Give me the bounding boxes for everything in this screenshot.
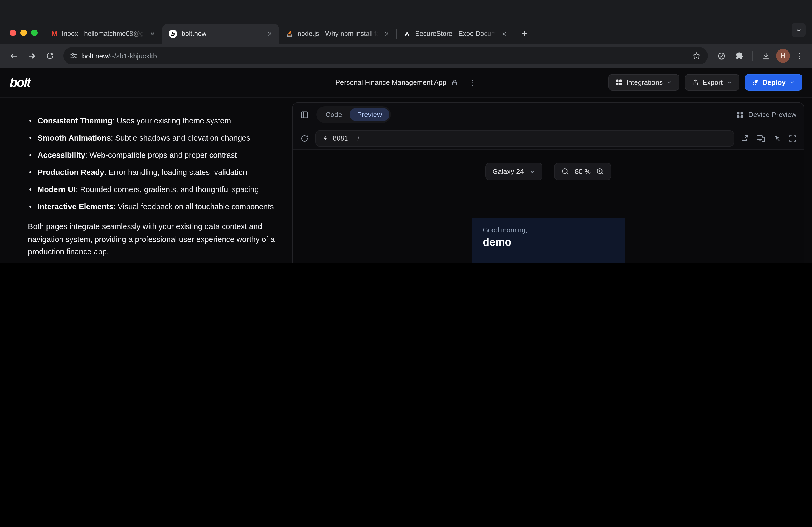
tab-code[interactable]: Code [318, 108, 350, 121]
integrations-button[interactable]: Integrations [608, 74, 679, 91]
tab-search-button[interactable] [792, 23, 806, 37]
preview-address-bar[interactable]: 8081 / [315, 130, 734, 146]
preview-url-row: 8081 / [293, 127, 804, 150]
rocket-icon [752, 79, 758, 86]
browser-menu-icon[interactable]: ⋮ [792, 51, 807, 61]
lock-icon [451, 79, 458, 86]
tab-title: bolt.new [182, 30, 261, 37]
browser-toolbar: bolt.new/~/sb1-khjucxkb H ⋮ [0, 44, 812, 67]
tab-title: Inbox - hellomatchme08@gm [62, 30, 144, 37]
device-select[interactable]: Galaxy 24 [485, 163, 543, 180]
tab-bolt-active[interactable]: b bolt.new × [162, 24, 279, 44]
preview-port: 8081 [333, 134, 348, 142]
device-preview-toggle[interactable]: Device Preview [737, 110, 796, 119]
code-preview-switch: Code Preview [316, 106, 391, 123]
assistant-summary: Both pages integrate seamlessly with you… [28, 221, 289, 258]
port-flash-icon [322, 135, 329, 141]
zoom-in-icon[interactable] [596, 167, 604, 176]
chevron-down-icon [789, 79, 795, 85]
export-button[interactable]: Export [685, 74, 739, 91]
app-username: demo [483, 236, 614, 249]
tab-list: M Inbox - hellomatchme08@gm × b bolt.new… [45, 24, 808, 44]
feature-item: Modern UI: Rounded corners, gradients, a… [28, 183, 289, 196]
export-icon [692, 79, 699, 86]
downloads-icon[interactable] [758, 48, 774, 64]
gmail-icon: M [52, 30, 57, 37]
site-settings-icon[interactable] [70, 52, 77, 60]
feature-item: Accessibility: Web-compatible props and … [28, 149, 289, 162]
bolt-logo[interactable]: bolt [10, 75, 30, 90]
url-host: bolt.new [82, 52, 108, 60]
inspect-cursor-icon[interactable] [773, 134, 781, 142]
toolbar-divider [752, 51, 753, 61]
project-title: Personal Finance Management App [335, 78, 446, 86]
bookmark-star-icon[interactable] [688, 48, 705, 64]
stackoverflow-icon [286, 30, 293, 37]
tab-close-icon[interactable]: × [382, 30, 391, 38]
feature-item: Smooth Animations: Subtle shadows and el… [28, 132, 289, 144]
deploy-button[interactable]: Deploy [744, 74, 802, 91]
bolt-favicon: b [169, 30, 177, 38]
minimize-window-button[interactable] [20, 30, 27, 36]
close-window-button[interactable] [10, 30, 16, 36]
zoom-out-icon[interactable] [562, 167, 569, 176]
url-path: /~/sb1-khjucxkb [108, 52, 157, 60]
address-bar[interactable]: bolt.new/~/sb1-khjucxkb [63, 47, 708, 64]
preview-header: Code Preview Device Preview [293, 103, 804, 127]
preview-reload-icon[interactable] [300, 134, 309, 142]
preview-path: / [358, 134, 360, 142]
feature-list: Consistent Theming: Uses your existing t… [28, 115, 289, 213]
window-controls [10, 30, 38, 36]
reload-button[interactable] [42, 48, 58, 64]
tab-close-icon[interactable]: × [500, 30, 509, 38]
project-menu-icon[interactable]: ⋮ [469, 78, 477, 87]
tab-close-icon[interactable]: × [148, 30, 157, 38]
workspace: Consistent Theming: Uses your existing t… [0, 98, 812, 264]
profile-avatar[interactable]: H [776, 49, 790, 63]
responsive-devices-icon[interactable] [757, 134, 765, 142]
extensions-icon[interactable] [731, 48, 748, 64]
new-tab-button[interactable]: + [517, 26, 532, 41]
zoom-window-button[interactable] [31, 30, 38, 36]
tab-title: node.js - Why npm install fail [298, 30, 378, 37]
integrations-grid-icon [615, 79, 622, 86]
preview-panel: Code Preview Device Preview [292, 102, 804, 264]
chat-panel: Consistent Theming: Uses your existing t… [0, 102, 292, 264]
tab-expo[interactable]: SecureStore - Expo Documen × [397, 24, 514, 44]
tab-preview[interactable]: Preview [350, 108, 390, 121]
forward-button[interactable] [24, 48, 40, 64]
device-grid-icon [737, 111, 744, 118]
feature-item: Interactive Elements: Visual feedback on… [28, 201, 289, 213]
fullscreen-icon[interactable] [789, 134, 796, 142]
chevron-down-icon [726, 79, 732, 85]
zoom-control: 80 % [554, 163, 611, 180]
browser-window: M Inbox - hellomatchme08@gm × b bolt.new… [0, 0, 812, 264]
preview-canvas: Galaxy 24 80 % [293, 150, 804, 264]
browser-tabstrip: M Inbox - hellomatchme08@gm × b bolt.new… [0, 0, 812, 44]
tab-stackoverflow[interactable]: node.js - Why npm install fail × [279, 24, 396, 44]
tab-gmail[interactable]: M Inbox - hellomatchme08@gm × [45, 24, 162, 44]
expo-icon [403, 30, 411, 37]
back-button[interactable] [5, 48, 21, 64]
content-blocked-icon[interactable] [713, 48, 729, 64]
bolt-app-header: bolt Personal Finance Management App ⋮ I… [0, 67, 812, 98]
app-greeting: Good morning, [483, 226, 614, 234]
feature-item: Production Ready: Error handling, loadin… [28, 166, 289, 179]
tab-title: SecureStore - Expo Documen [415, 30, 496, 37]
chevron-down-icon [529, 168, 536, 175]
chevron-down-icon [666, 79, 672, 85]
sidebar-toggle-icon[interactable] [300, 110, 309, 119]
open-external-icon[interactable] [741, 134, 749, 142]
device-preview-screen: Good morning, demo Total Balance $17,650… [472, 218, 625, 264]
feature-item: Consistent Theming: Uses your existing t… [28, 115, 289, 127]
zoom-level: 80 % [575, 167, 591, 176]
tab-close-icon[interactable]: × [265, 30, 274, 38]
